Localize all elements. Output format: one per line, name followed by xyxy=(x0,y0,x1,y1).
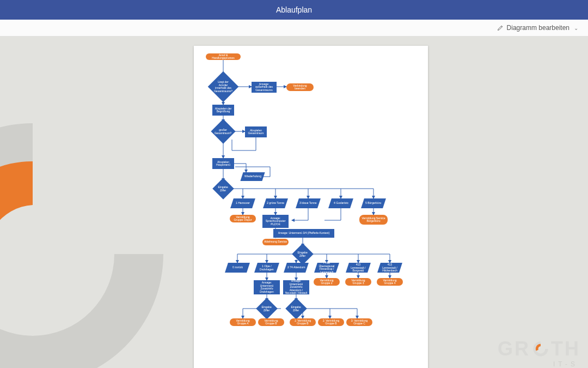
node-term-1: Verbindung beenden xyxy=(286,83,314,91)
node-process-8: Ansage: Untermenü Zusatzinfo Drolshagen xyxy=(254,280,280,294)
node-decision-6: Eingabe Ziffer xyxy=(285,298,307,319)
node-process-2: Abspielen der Begrüßung xyxy=(212,105,234,116)
node-process-1: Ansage: außerhalb des Gesamtraums xyxy=(252,82,277,93)
node-term-f5: 3: Vermittlung Gruppe C xyxy=(346,318,372,326)
node-process-7: Ansage: Untermenü 3/4 (Pfefferle-Kontext… xyxy=(273,229,334,238)
node-option-1: 1 Hannover xyxy=(230,198,255,208)
node-decision-4: Eingabe Ziffer xyxy=(292,243,314,265)
node-process-3: Abspielen Gesamtraum xyxy=(245,126,267,137)
node-term-f1: Vermittlung Gruppe A xyxy=(230,318,256,326)
node-option-5: 5 Bürgerbüro xyxy=(361,198,386,208)
node-term-sub6: Vermittlung Gruppe 4 xyxy=(377,278,403,286)
node-sub-4: 770er Überregional Finnentrop / Lennesta… xyxy=(314,263,339,273)
node-term-opt1: Vermittlung Gruppe Ölspur xyxy=(230,215,256,222)
edit-diagram-button[interactable]: Diagramm bearbeiten ⌄ xyxy=(497,24,578,32)
watermark-logo xyxy=(0,101,185,368)
edit-diagram-label: Diagramm bearbeiten xyxy=(507,24,569,32)
node-decision-2: großer Gesamtraum? xyxy=(211,119,235,143)
node-decision-5: Eingabe Ziffer xyxy=(256,298,278,319)
node-term-f3: 1: Vermittlung Gruppe B xyxy=(290,318,316,326)
chevron-down-icon: ⌄ xyxy=(574,25,578,31)
node-term-f4: 2: Vermittlung Gruppe B xyxy=(318,318,344,326)
node-loop: Wiederholung xyxy=(240,172,265,181)
canvas: GR TH IT-S xyxy=(0,36,588,368)
brand-part-2: TH xyxy=(551,337,580,360)
node-term-f2: Vermittlung Gruppe B xyxy=(258,318,284,326)
node-sub-2: 1 Olpe / Drolshagen xyxy=(254,263,279,273)
node-process-4: Abspielen Hauptmenü xyxy=(212,158,234,169)
node-term-opt3: Ablehnung Service xyxy=(262,239,289,245)
node-option-3: 3 blaue Tonne xyxy=(296,198,321,208)
node-process-6: Ansage: Sprachcomputer PLZ/Ort xyxy=(262,215,289,228)
node-process-9: Ansage: Untermenü Zusatzinfo Attendorn /… xyxy=(283,280,309,294)
node-start: Anruf & Handlungsprozess xyxy=(206,53,241,60)
node-sub-6: 413 Lennestadt / Hilchenbach xyxy=(377,263,402,273)
node-sub-1: 0 zurück xyxy=(225,263,250,273)
toolbar: Diagramm bearbeiten ⌄ xyxy=(0,20,588,37)
diagram-page[interactable]: Anruf & Handlungsprozess Liegt der Anruf… xyxy=(194,46,428,368)
brand-part-1: GR xyxy=(498,337,530,360)
node-sub-3: 2 74 Attendorn xyxy=(284,263,309,273)
node-option-4: 4 Goslar/etc xyxy=(328,198,353,208)
node-decision-3: Eingabe Ziffer xyxy=(212,178,234,200)
brand-subtitle: IT-S xyxy=(553,360,578,368)
node-term-sub4: Vermittlung Gruppe 2 xyxy=(314,278,340,286)
node-term-opt5: Vermittlung Service Bürgerbüro xyxy=(359,215,388,225)
app-title: Ablaufplan xyxy=(276,5,312,14)
node-term-sub5: Vermittlung Gruppe 3 xyxy=(345,278,371,286)
node-sub-5: 413 Lennestadt / Burgwald xyxy=(346,263,371,273)
title-bar: Ablaufplan xyxy=(0,0,588,20)
brand-swirl-icon xyxy=(531,340,550,358)
node-decision-1: Liegt der Anrufer innerhalb des Gesamtra… xyxy=(208,71,239,102)
node-option-2: 2 grüne Tonne xyxy=(263,198,288,208)
brand-wordmark: GR TH IT-S xyxy=(498,337,580,360)
pencil-icon xyxy=(497,25,504,31)
